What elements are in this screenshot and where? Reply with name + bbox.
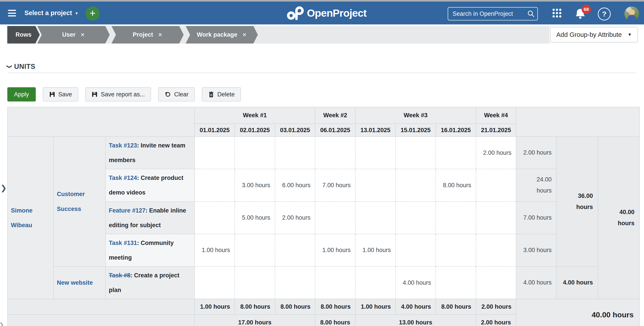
hours-cell bbox=[194, 136, 235, 169]
apps-grid-icon[interactable] bbox=[552, 9, 562, 18]
work-package-link[interactable]: Task #123 bbox=[109, 142, 137, 149]
units-divider bbox=[7, 72, 637, 73]
project-total-cell: 36.00 hours bbox=[556, 136, 598, 266]
daily-total-cell: 8.00 hours bbox=[275, 299, 315, 314]
delete-button[interactable]: Delete bbox=[202, 87, 241, 102]
hours-cell bbox=[315, 202, 355, 234]
add-group-by-label: Add Group-by Attribute bbox=[556, 31, 622, 38]
openproject-mark-icon bbox=[286, 6, 304, 21]
save-button[interactable]: Save bbox=[43, 87, 78, 102]
hours-cell bbox=[235, 234, 275, 266]
work-package-link[interactable]: Task #124 bbox=[109, 174, 137, 181]
work-package-link[interactable]: Feature #127 bbox=[109, 207, 146, 214]
select-project-label: Select a project bbox=[24, 9, 72, 17]
daily-total-cell: 8.00 hours bbox=[315, 299, 355, 314]
daily-total-cell: 1.00 hours bbox=[355, 299, 396, 314]
row-total-cell: 4.00 hours bbox=[516, 266, 556, 299]
notifications-button[interactable]: 68 bbox=[574, 7, 590, 22]
row-total-cell: 7.00 hours bbox=[516, 202, 556, 234]
select-project-dropdown[interactable]: Select a project ▼ bbox=[24, 2, 78, 24]
hours-cell bbox=[194, 202, 235, 234]
hours-cell bbox=[476, 169, 516, 202]
undo-icon bbox=[164, 91, 171, 98]
hours-cell bbox=[396, 136, 436, 169]
week-header: Week #1 bbox=[194, 107, 315, 124]
project-link[interactable]: New website bbox=[57, 279, 93, 286]
daily-total-cell: 8.00 hours bbox=[436, 299, 476, 314]
hours-cell bbox=[436, 266, 476, 299]
group-by-tab-work-package[interactable]: Work package ✕ bbox=[186, 26, 258, 44]
date-header: 02.01.2025 bbox=[235, 124, 275, 136]
hours-cell bbox=[396, 169, 436, 202]
hours-cell bbox=[235, 136, 275, 169]
save-report-as-label: Save report as... bbox=[101, 91, 145, 98]
clear-button[interactable]: Clear bbox=[158, 87, 195, 102]
week-header: Week #4 bbox=[476, 107, 516, 124]
apply-label: Apply bbox=[14, 91, 29, 98]
work-package-link[interactable]: Task #131 bbox=[109, 240, 137, 246]
search-icon[interactable] bbox=[527, 10, 535, 18]
cost-report-table: Week #1 Week #2 Week #3 Week #4 01.01.20… bbox=[7, 107, 640, 326]
search-input[interactable] bbox=[448, 7, 538, 20]
page: Select a project ▼ + OpenProject bbox=[0, 0, 644, 326]
group-by-project-label: Project bbox=[133, 31, 153, 38]
floppy-disk-icon bbox=[92, 91, 98, 98]
hours-cell bbox=[396, 202, 436, 234]
group-by-tab-user[interactable]: User ✕ bbox=[37, 26, 110, 44]
project-cell: Customer Success bbox=[54, 136, 106, 266]
units-section-toggle[interactable]: ❯ UNITS bbox=[7, 62, 35, 70]
group-by-tab-project[interactable]: Project ✕ bbox=[112, 26, 184, 44]
openproject-logo[interactable]: OpenProject bbox=[286, 2, 366, 24]
row-total-cell: 2.00 hours bbox=[516, 136, 556, 169]
hours-cell bbox=[396, 234, 436, 266]
caret-down-icon: ▼ bbox=[74, 11, 78, 16]
add-group-by-attribute-select[interactable]: Add Group-by Attribute ▼ bbox=[550, 27, 638, 42]
hours-cell: 1.00 hours bbox=[194, 234, 235, 266]
hours-cell: 2.00 hours bbox=[275, 202, 315, 234]
header-totals-cell bbox=[516, 107, 640, 136]
hours-cell bbox=[355, 169, 396, 202]
remove-work-package-group-icon[interactable]: ✕ bbox=[242, 32, 247, 38]
project-cell: New website bbox=[54, 266, 106, 299]
weekly-total-cell: 17.00 hours bbox=[194, 314, 315, 326]
hamburger-menu-icon[interactable] bbox=[8, 10, 16, 16]
save-label: Save bbox=[58, 91, 72, 98]
work-package-cell: Task #124: Create product demo videos bbox=[106, 169, 194, 202]
rows-label-tab: Rows bbox=[7, 26, 40, 44]
trash-icon bbox=[208, 91, 214, 98]
date-header: 01.01.2025 bbox=[194, 124, 235, 136]
group-by-rows-bar: Rows User ✕ Project ✕ Work package ✕ bbox=[7, 26, 550, 44]
row-total-cell: 24.00 hours bbox=[516, 169, 556, 202]
hours-cell bbox=[476, 266, 516, 299]
work-package-cell: Task #131: Community meeting bbox=[106, 234, 194, 266]
hours-cell: 5.00 hours bbox=[235, 202, 275, 234]
daily-total-cell: 4.00 hours bbox=[396, 299, 436, 314]
bottom-scroll-chevron-icon[interactable]: ❯ bbox=[0, 322, 4, 326]
units-title: UNITS bbox=[14, 62, 36, 70]
daily-total-cell: 8.00 hours bbox=[235, 299, 275, 314]
remove-user-group-icon[interactable]: ✕ bbox=[80, 32, 85, 38]
daily-total-cell: 1.00 hours bbox=[194, 299, 235, 314]
user-link[interactable]: Simone Wibeau bbox=[11, 207, 33, 228]
hours-cell bbox=[315, 136, 355, 169]
date-header: 15.01.2025 bbox=[396, 124, 436, 136]
work-package-cell: Task #123: Invite new team members bbox=[106, 136, 194, 169]
footer-empty-cell bbox=[8, 299, 194, 314]
logo-text: OpenProject bbox=[307, 7, 366, 19]
hours-cell: 7.00 hours bbox=[315, 169, 355, 202]
hours-cell bbox=[436, 234, 476, 266]
help-button[interactable]: ? bbox=[598, 8, 611, 20]
row-total-cell: 3.00 hours bbox=[516, 234, 556, 266]
project-link[interactable]: Customer Success bbox=[57, 191, 85, 212]
clear-label: Clear bbox=[174, 91, 188, 98]
hours-cell bbox=[275, 136, 315, 169]
save-report-as-button[interactable]: Save report as... bbox=[85, 87, 151, 102]
question-icon: ? bbox=[602, 10, 606, 18]
weekly-total-cell: 2.00 hours bbox=[476, 314, 516, 326]
apply-button[interactable]: Apply bbox=[7, 87, 36, 102]
remove-project-group-icon[interactable]: ✕ bbox=[158, 32, 162, 38]
sidebar-expand-chevron-icon[interactable]: ❯ bbox=[0, 184, 7, 192]
add-project-button[interactable]: + bbox=[86, 6, 100, 21]
user-avatar[interactable] bbox=[624, 6, 639, 21]
work-package-link[interactable]: Task #8 bbox=[109, 272, 130, 279]
